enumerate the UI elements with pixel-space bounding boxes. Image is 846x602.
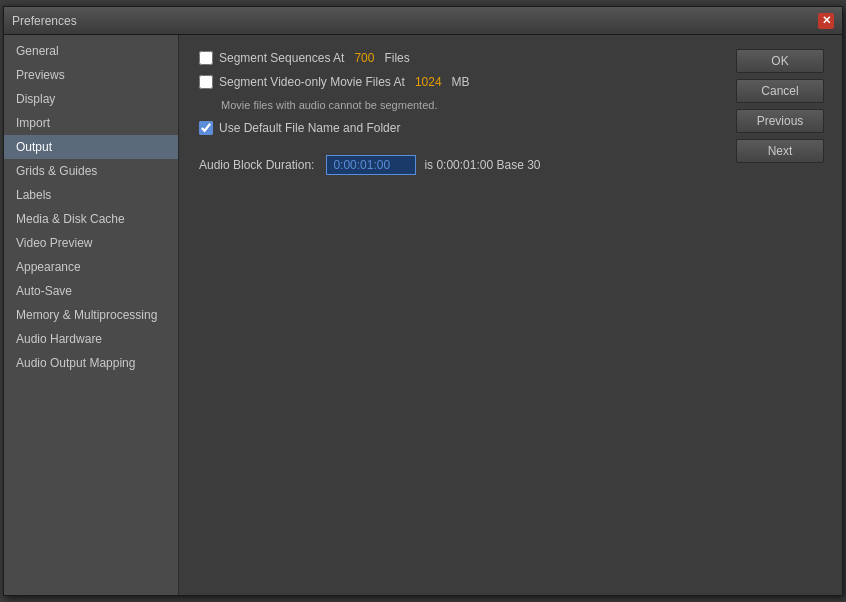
sidebar-item-audio-hardware[interactable]: Audio Hardware	[4, 327, 178, 351]
sidebar-item-auto-save[interactable]: Auto-Save	[4, 279, 178, 303]
segment-video-value: 1024	[415, 75, 442, 89]
audio-block-row: Audio Block Duration: is 0:00:01:00 Base…	[199, 155, 822, 175]
form-area: Segment Sequences At 700 Files Segment V…	[199, 51, 822, 579]
titlebar: Preferences ✕	[4, 7, 842, 35]
segment-video-row: Segment Video-only Movie Files At 1024 M…	[199, 75, 822, 89]
segment-video-label: Segment Video-only Movie Files At	[219, 75, 405, 89]
segment-video-unit: MB	[452, 75, 470, 89]
segment-sequences-value: 700	[354, 51, 374, 65]
sidebar-item-import[interactable]: Import	[4, 111, 178, 135]
segment-sequences-checkbox[interactable]	[199, 51, 213, 65]
sidebar-item-display[interactable]: Display	[4, 87, 178, 111]
sidebar-item-media--disk-cache[interactable]: Media & Disk Cache	[4, 207, 178, 231]
use-default-checkbox[interactable]	[199, 121, 213, 135]
sidebar-item-output[interactable]: Output	[4, 135, 178, 159]
next-button[interactable]: Next	[736, 139, 824, 163]
segment-video-checkbox[interactable]	[199, 75, 213, 89]
previous-button[interactable]: Previous	[736, 109, 824, 133]
sidebar-item-previews[interactable]: Previews	[4, 63, 178, 87]
segment-sequences-unit: Files	[384, 51, 409, 65]
ok-button[interactable]: OK	[736, 49, 824, 73]
sidebar-item-video-preview[interactable]: Video Preview	[4, 231, 178, 255]
content-area: GeneralPreviewsDisplayImportOutputGrids …	[4, 35, 842, 595]
preferences-window: Preferences ✕ GeneralPreviewsDisplayImpo…	[3, 6, 843, 596]
audio-block-input[interactable]	[326, 155, 416, 175]
use-default-row: Use Default File Name and Folder	[199, 121, 822, 135]
cancel-button[interactable]: Cancel	[736, 79, 824, 103]
sidebar-item-appearance[interactable]: Appearance	[4, 255, 178, 279]
main-panel: Segment Sequences At 700 Files Segment V…	[179, 35, 842, 595]
audio-block-display: is 0:00:01:00 Base 30	[424, 158, 540, 172]
segment-sequences-label: Segment Sequences At	[219, 51, 344, 65]
sidebar-item-grids--guides[interactable]: Grids & Guides	[4, 159, 178, 183]
audio-block-label: Audio Block Duration:	[199, 158, 314, 172]
segment-note: Movie files with audio cannot be segment…	[221, 99, 822, 111]
sidebar-item-labels[interactable]: Labels	[4, 183, 178, 207]
sidebar-item-memory--multiprocessing[interactable]: Memory & Multiprocessing	[4, 303, 178, 327]
sidebar-item-audio-output-mapping[interactable]: Audio Output Mapping	[4, 351, 178, 375]
close-button[interactable]: ✕	[818, 13, 834, 29]
buttons-panel: OK Cancel Previous Next	[736, 49, 826, 163]
window-title: Preferences	[12, 14, 77, 28]
sidebar: GeneralPreviewsDisplayImportOutputGrids …	[4, 35, 179, 595]
sidebar-item-general[interactable]: General	[4, 39, 178, 63]
use-default-label: Use Default File Name and Folder	[219, 121, 400, 135]
segment-sequences-row: Segment Sequences At 700 Files	[199, 51, 822, 65]
